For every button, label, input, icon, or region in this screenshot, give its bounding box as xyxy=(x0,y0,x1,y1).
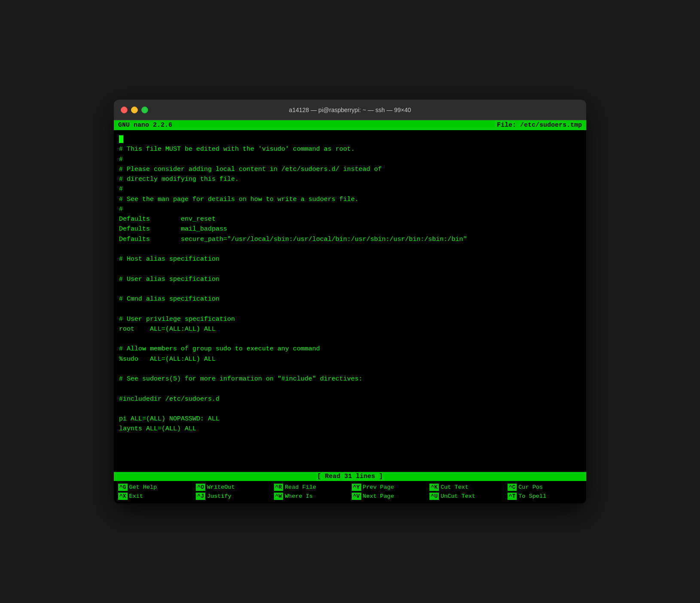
shortcut-key-r: ^R xyxy=(274,484,283,491)
line-6: # See the man page for details on how to… xyxy=(119,195,581,204)
shortcut-key-o: ^O xyxy=(196,484,205,491)
line-17 xyxy=(119,304,581,314)
shortcut-key-k: ^K xyxy=(429,484,439,491)
shortcut-key-x: ^X xyxy=(118,493,128,500)
line-5: # xyxy=(119,184,581,194)
editor-area[interactable]: # This file MUST be edited with the 'vis… xyxy=(114,130,586,472)
shortcut-label-r: Read File xyxy=(285,484,316,490)
line-14: # User alias specification xyxy=(119,274,581,284)
nano-filename: File: /etc/sudoers.tmp xyxy=(497,122,582,129)
line-2: # xyxy=(119,155,581,164)
shortcut-label-c: Cur Pos xyxy=(518,484,543,490)
shortcut-label-v: Next Page xyxy=(363,493,394,499)
shortcut-label-k: Cut Text xyxy=(441,484,469,490)
shortcut-label-j: Justify xyxy=(207,493,231,499)
shortcut-label-g: Get Help xyxy=(129,484,157,490)
shortcut-label-y: Prev Page xyxy=(363,484,394,490)
line-3: # Please consider adding local content i… xyxy=(119,164,581,174)
shortcut-to-spell[interactable]: ^T To Spell xyxy=(506,492,584,501)
shortcut-key-c: ^C xyxy=(508,484,517,491)
shortcut-where-is[interactable]: ^W Where Is xyxy=(272,492,350,501)
shortcut-get-help[interactable]: ^G Get Help xyxy=(116,483,194,492)
status-bar: [ Read 31 lines ] xyxy=(114,472,586,481)
line-10: Defaults secure_path="/usr/local/sbin:/u… xyxy=(119,234,581,244)
shortcut-label-t: To Spell xyxy=(518,493,546,499)
line-29: laynts ALL=(ALL) ALL xyxy=(119,424,581,434)
line-22: %sudo ALL=(ALL:ALL) ALL xyxy=(119,354,581,364)
shortcut-key-g: ^G xyxy=(118,484,128,491)
line-cursor xyxy=(119,134,581,144)
line-21: # Allow members of group sudo to execute… xyxy=(119,344,581,354)
line-12: # Host alias specification xyxy=(119,254,581,264)
shortcut-key-y: ^Y xyxy=(352,484,361,491)
minimize-button[interactable] xyxy=(131,107,138,113)
line-13 xyxy=(119,264,581,274)
shortcut-label-w: Where Is xyxy=(285,493,313,499)
line-8: Defaults env_reset xyxy=(119,214,581,224)
line-18: # User privilege specification xyxy=(119,314,581,324)
cursor xyxy=(119,135,123,143)
status-message: [ Read 31 lines ] xyxy=(313,473,386,480)
shortcut-justify[interactable]: ^J Justify xyxy=(194,492,272,501)
shortcut-prev-page[interactable]: ^Y Prev Page xyxy=(350,483,428,492)
line-19: root ALL=(ALL:ALL) ALL xyxy=(119,324,581,334)
close-button[interactable] xyxy=(121,107,128,113)
shortcut-label-o: WriteOut xyxy=(207,484,235,490)
shortcut-key-w: ^W xyxy=(274,493,283,500)
line-26: #includedir /etc/sudoers.d xyxy=(119,394,581,404)
shortcut-key-v: ^V xyxy=(352,493,361,500)
title-bar: a14128 — pi@raspberrypi: ~ — ssh — 99×40 xyxy=(114,100,586,120)
line-20 xyxy=(119,334,581,344)
line-15 xyxy=(119,284,581,294)
line-24: # See sudoers(5) for more information on… xyxy=(119,374,581,384)
line-25 xyxy=(119,384,581,394)
line-16: # Cmnd alias specification xyxy=(119,294,581,304)
shortcut-key-t: ^T xyxy=(508,493,517,500)
shortcut-label-u: UnCut Text xyxy=(441,493,475,499)
shortcut-label-x: Exit xyxy=(129,493,143,499)
line-9: Defaults mail_badpass xyxy=(119,224,581,234)
shortcut-uncut-text[interactable]: ^U UnCut Text xyxy=(428,492,505,501)
shortcut-key-j: ^J xyxy=(196,493,205,500)
terminal-content: GNU nano 2.2.6 File: /etc/sudoers.tmp # … xyxy=(114,120,586,503)
window-title: a14128 — pi@raspberrypi: ~ — ssh — 99×40 xyxy=(289,107,411,113)
line-1: # This file MUST be edited with the 'vis… xyxy=(119,144,581,154)
nano-version: GNU nano 2.2.6 xyxy=(118,122,172,129)
shortcut-exit[interactable]: ^X Exit xyxy=(116,492,194,501)
line-7: # xyxy=(119,204,581,214)
maximize-button[interactable] xyxy=(141,107,148,113)
line-23 xyxy=(119,364,581,374)
line-27 xyxy=(119,404,581,414)
shortcut-cur-pos[interactable]: ^C Cur Pos xyxy=(506,483,584,492)
line-11 xyxy=(119,244,581,254)
traffic-lights xyxy=(121,107,148,113)
line-4: # directly modifying this file. xyxy=(119,174,581,184)
shortcut-cut-text[interactable]: ^K Cut Text xyxy=(428,483,505,492)
shortcut-writeout[interactable]: ^O WriteOut xyxy=(194,483,272,492)
shortcut-bar: ^G Get Help ^O WriteOut ^R Read File ^Y … xyxy=(114,481,586,503)
nano-header: GNU nano 2.2.6 File: /etc/sudoers.tmp xyxy=(114,120,586,130)
line-28: pi ALL=(ALL) NOPASSWD: ALL xyxy=(119,414,581,424)
shortcut-next-page[interactable]: ^V Next Page xyxy=(350,492,428,501)
shortcut-read-file[interactable]: ^R Read File xyxy=(272,483,350,492)
shortcut-key-u: ^U xyxy=(429,493,439,500)
terminal-window: a14128 — pi@raspberrypi: ~ — ssh — 99×40… xyxy=(114,100,586,503)
